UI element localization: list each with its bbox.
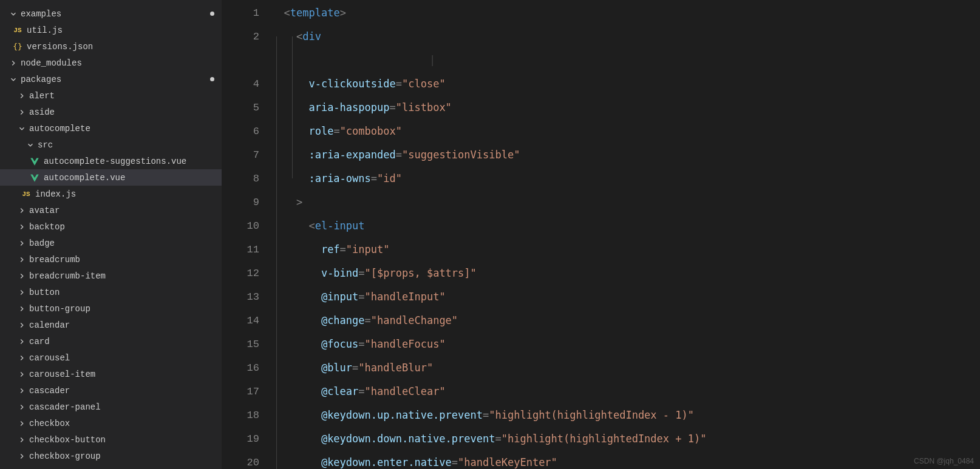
line-number: 8 xyxy=(222,167,259,191)
tree-item-button-group[interactable]: button-group xyxy=(0,300,222,317)
explorer-section-header[interactable]: ELEMENT xyxy=(0,0,222,5)
line-number: 20 xyxy=(222,451,259,469)
code-line[interactable]: :aria-owns="id" xyxy=(271,167,980,191)
code-line[interactable]: @keydown.enter.native="handleKeyEnter" xyxy=(271,451,980,469)
chevron-right-icon xyxy=(17,222,27,232)
line-number xyxy=(222,49,259,72)
tree-item-nodemods[interactable]: node_modules xyxy=(0,55,222,71)
line-number: 16 xyxy=(222,356,259,380)
line-number: 14 xyxy=(222,309,259,332)
chevron-right-icon xyxy=(17,451,27,461)
tree-item-label: autocomplete.vue xyxy=(44,173,222,183)
tree-item-label: carousel xyxy=(29,353,222,363)
tree-item-label: calendar xyxy=(29,320,222,330)
tree-item-cascader[interactable]: cascader xyxy=(0,382,222,399)
chevron-right-icon xyxy=(17,320,27,330)
tree-item-label: cascader-panel xyxy=(29,402,222,412)
tree-item-aside[interactable]: aside xyxy=(0,104,222,120)
code-line[interactable]: ref="input" xyxy=(271,238,980,261)
chevron-down-icon xyxy=(9,9,18,19)
chevron-right-icon xyxy=(17,107,27,117)
chevron-right-icon xyxy=(17,402,27,412)
tree-item-util[interactable]: JSutil.js xyxy=(0,22,222,38)
tree-item-alert[interactable]: alert xyxy=(0,87,222,104)
tree-item-label: util.js xyxy=(27,25,222,35)
code-line[interactable]: role="combobox" xyxy=(271,120,980,143)
tree-item-breadcrumb-item[interactable]: breadcrumb-item xyxy=(0,268,222,284)
code-line[interactable]: > xyxy=(271,191,980,214)
tree-item-label: autocomplete-suggestions.vue xyxy=(44,157,222,166)
chevron-right-icon xyxy=(17,288,27,297)
chevron-right-icon xyxy=(17,238,27,248)
tree-item-avatar[interactable]: avatar xyxy=(0,202,222,218)
code-line[interactable]: v-clickoutside="close" xyxy=(271,72,980,96)
line-number: 12 xyxy=(222,261,259,285)
line-number: 4 xyxy=(222,72,259,96)
code-line[interactable]: @keydown.up.native.prevent="highlight(hi… xyxy=(271,403,980,427)
file-explorer-sidebar[interactable]: ELEMENT examplesJSutil.js{}versions.json… xyxy=(0,0,222,469)
tree-item-calendar[interactable]: calendar xyxy=(0,317,222,333)
code-line[interactable]: @input="handleInput" xyxy=(271,285,980,309)
code-line[interactable]: :aria-expanded="suggestionVisible" xyxy=(271,143,980,167)
code-line[interactable]: @clear="handleClear" xyxy=(271,380,980,403)
tree-item-label: button-group xyxy=(29,304,222,314)
tree-item-breadcrumb[interactable]: breadcrumb xyxy=(0,251,222,268)
tree-item-backtop[interactable]: backtop xyxy=(0,218,222,235)
tree-item-versions[interactable]: {}versions.json xyxy=(0,38,222,55)
chevron-right-icon xyxy=(17,271,27,281)
tree-item-cascader-panel[interactable]: cascader-panel xyxy=(0,399,222,415)
tree-item-src[interactable]: src xyxy=(0,137,222,153)
tree-item-card[interactable]: card xyxy=(0,333,222,349)
js-file-icon: JS xyxy=(12,27,23,34)
tree-item-checkbox[interactable]: checkbox xyxy=(0,415,222,431)
tree-item-carousel-item[interactable]: carousel-item xyxy=(0,366,222,382)
tree-item-label: autocomplete xyxy=(29,124,222,133)
tree-item-label: packages xyxy=(21,75,210,84)
code-line[interactable]: @focus="handleFocus" xyxy=(271,332,980,356)
tree-item-label: backtop xyxy=(29,222,222,232)
tree-item-checkbox-button[interactable]: checkbox-button xyxy=(0,431,222,448)
line-number: 1 xyxy=(222,1,259,25)
line-number: 6 xyxy=(222,120,259,143)
code-line[interactable]: v-bind="[$props, $attrs]" xyxy=(271,261,980,285)
code-line[interactable]: <template> xyxy=(271,1,980,25)
code-line[interactable]: <el-input xyxy=(271,214,980,238)
code-line[interactable]: | xyxy=(271,49,980,72)
tree-item-label: cascader xyxy=(29,386,222,396)
code-line[interactable]: @change="handleChange" xyxy=(271,309,980,332)
chevron-right-icon xyxy=(17,255,27,265)
tree-item-label: checkbox-button xyxy=(29,435,222,445)
line-number: 2 xyxy=(222,25,259,49)
tree-item-label: alert xyxy=(29,91,222,101)
tree-item-badge[interactable]: badge xyxy=(0,235,222,251)
line-number: 9 xyxy=(222,191,259,214)
tree-item-label: avatar xyxy=(29,206,222,215)
tree-item-label: breadcrumb xyxy=(29,255,222,265)
line-number: 19 xyxy=(222,427,259,451)
tree-item-acvue[interactable]: autocomplete.vue xyxy=(0,169,222,186)
line-number: 7 xyxy=(222,143,259,167)
tree-item-label: button xyxy=(29,288,222,297)
tree-item-indexjs[interactable]: JSindex.js xyxy=(0,186,222,202)
tree-item-label: breadcrumb-item xyxy=(29,271,222,281)
tree-item-acsugg[interactable]: autocomplete-suggestions.vue xyxy=(0,153,222,169)
tree-item-checkbox-group[interactable]: checkbox-group xyxy=(0,448,222,464)
js-file-icon: JS xyxy=(21,191,32,198)
tree-item-autocomplete[interactable]: autocomplete xyxy=(0,120,222,137)
chevron-down-icon xyxy=(9,75,18,84)
project-name-label: ELEMENT xyxy=(21,0,51,2)
tree-item-packages[interactable]: packages xyxy=(0,71,222,87)
tree-item-button[interactable]: button xyxy=(0,284,222,300)
code-line[interactable]: <div xyxy=(271,25,980,49)
tree-item-examples[interactable]: examples xyxy=(0,5,222,22)
code-editor[interactable]: 124567891011121314151617181920 <template… xyxy=(222,0,980,469)
code-line[interactable]: aria-haspopup="listbox" xyxy=(271,96,980,120)
code-content[interactable]: <template> <div| v-clickoutside="close" … xyxy=(271,0,980,469)
tree-item-carousel[interactable]: carousel xyxy=(0,349,222,366)
code-line[interactable]: @blur="handleBlur" xyxy=(271,356,980,380)
code-line[interactable]: @keydown.down.native.prevent="highlight(… xyxy=(271,427,980,451)
tree-item-label: index.js xyxy=(35,189,222,199)
chevron-right-icon xyxy=(17,206,27,215)
tree-item-label: aside xyxy=(29,107,222,117)
line-number: 5 xyxy=(222,96,259,120)
